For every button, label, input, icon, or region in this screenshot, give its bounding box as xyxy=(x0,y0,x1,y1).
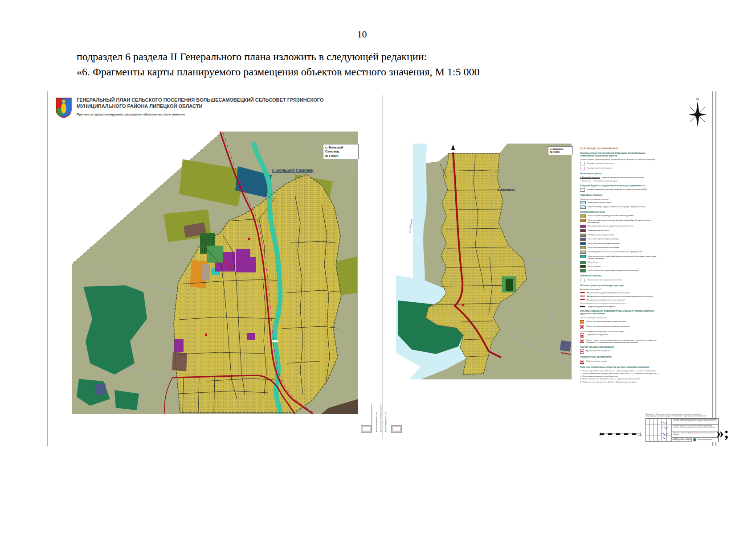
legend-item: Зона кладбищ xyxy=(580,265,659,268)
sheet-tab-2 xyxy=(391,425,402,433)
paragraph-line-1: подраздел 6 раздела II Генерального план… xyxy=(77,49,479,64)
legend-item: Сооружения дорожного сервиса xyxy=(580,305,659,308)
legend-item: Объект спорта, включающий раздельно норм… xyxy=(580,339,659,344)
legend-swatch xyxy=(580,333,584,337)
legend-item: Спортивные сооружения xyxy=(580,333,659,337)
map-title-box-left: с. Большой Самовец М 1:5000 xyxy=(323,144,359,159)
legend-swatch xyxy=(580,296,585,297)
legend-swatch xyxy=(580,350,584,354)
scale-bar: 0 500 м xyxy=(599,430,644,437)
closing-quote-mark: »; xyxy=(716,424,729,441)
special-zone-block xyxy=(94,383,106,395)
legend-panel: УСЛОВНЫЕ ОБОЗНАЧЕНИЯ * Границы субъектов… xyxy=(580,147,659,383)
legend-item: Зона озелененных территорий общего польз… xyxy=(580,255,659,260)
object-marker xyxy=(462,304,464,306)
sheet-label-strip: Фрагмент территории с. Большой Самовец (… xyxy=(376,412,378,432)
coat-of-arms-icon xyxy=(55,97,72,119)
page-number: 10 xyxy=(0,29,724,40)
organization-name: Проектная организация xyxy=(697,439,712,440)
stamp-note: Примечание: * Экспликация объектов трубо… xyxy=(646,413,713,417)
settlement-label-bolshoy-samovets: с. Большой Самовец xyxy=(272,168,314,173)
legend-item: Зона застройки индивидуальными жилыми до… xyxy=(580,214,659,218)
scale-bar-left-label: 0 xyxy=(599,435,600,436)
map-title-box-right: с. Каменное М 1:5000 xyxy=(548,146,573,155)
genplan-figure: ГЕНЕРАЛЬНЫЙ ПЛАН СЕЛЬСКОГО ПОСЕЛЕНИЯ БОЛ… xyxy=(47,91,716,446)
scale-bar-right-label: 500 м xyxy=(637,435,642,436)
legend-swatch xyxy=(580,255,586,258)
legend-item: Парк культуры и отдыха xyxy=(580,360,659,364)
map-scale-left: М 1:5000 xyxy=(325,154,356,158)
legend-item: Зона сельскохозяйственных угодий xyxy=(580,246,659,249)
document-page: { "doc": { "page_number": "10", "line1":… xyxy=(0,0,756,535)
legend-item: с. Каменноесельский населенный пункт xyxy=(580,180,659,182)
sheet-label-strip: Фрагменты карты планируемого размещения … xyxy=(380,404,382,432)
legend-swatch xyxy=(580,261,586,264)
legend-item: Объекты местного значения поселения xyxy=(580,279,659,282)
legend-swatch xyxy=(580,320,584,324)
sheet-divider-line xyxy=(382,95,383,439)
stamp-organization: Проектная организация xyxy=(692,438,718,442)
legend-swatch xyxy=(580,246,586,249)
legend-swatch xyxy=(580,162,585,165)
figure-subtitle: Фрагменты карты планируемого размещения … xyxy=(77,113,344,116)
legend-swatch xyxy=(580,214,586,218)
compass-icon: С xyxy=(685,96,711,127)
legend-swatch xyxy=(580,292,585,293)
legend-item: Объект культурно-просветительского назна… xyxy=(580,325,659,329)
figure-title: ГЕНЕРАЛЬНЫЙ ПЛАН СЕЛЬСКОГО ПОСЕЛЕНИЯ БОЛ… xyxy=(77,97,344,110)
legend-swatch xyxy=(580,225,586,228)
paragraph-line-2: «6. Фрагменты карты планируемого размеще… xyxy=(77,64,479,79)
figure-right-border xyxy=(712,91,716,446)
legend-item: Границы земельных участков, сведения о к… xyxy=(580,188,659,192)
legend-swatch xyxy=(580,279,585,282)
legend-swatch xyxy=(580,229,586,232)
legend-item: Автомобильные дороги федерального значен… xyxy=(580,292,659,294)
legend-item: Производственная зона сельскохозяйственн… xyxy=(580,251,659,254)
sheet-label-strips: Фрагменты карты планируемого размещения … xyxy=(371,403,387,432)
legend-swatch xyxy=(580,306,585,307)
legend-item: Водоемы (озера, пруды, обводненные карье… xyxy=(580,206,659,209)
legend-swatch xyxy=(580,339,584,343)
map-bolshoy-samovets: с. Большой Самовец с. Большой Самовец М … xyxy=(72,132,358,414)
signature-scribbles xyxy=(659,420,671,441)
legend-item: Зона инженерной инфраструктуры xyxy=(580,238,659,241)
legend-item: Зона транспортной инфраструктуры xyxy=(580,242,659,245)
legend-swatch xyxy=(580,188,585,192)
legend-swatch xyxy=(580,234,586,237)
legend-item: Зона лесов xyxy=(580,261,659,264)
sheet-label-strip: Фрагмент территории с. Каменное (Лист 2) xyxy=(385,412,387,432)
figure-header: ГЕНЕРАЛЬНЫЙ ПЛАН СЕЛЬСКОГО ПОСЕЛЕНИЯ БОЛ… xyxy=(55,97,344,119)
legend-item: Граница сельского поселения xyxy=(580,162,659,165)
legend-swatch: с. Каменное xyxy=(580,180,591,182)
figure-header-text: ГЕНЕРАЛЬНЫЙ ПЛАН СЕЛЬСКОГО ПОСЕЛЕНИЯ БОЛ… xyxy=(77,97,344,119)
legend-swatch: с. Большой Самовец xyxy=(580,176,600,178)
legend-swatch xyxy=(580,265,586,268)
sheet-tab-1 xyxy=(361,425,372,433)
legend-swatch xyxy=(580,206,586,209)
legend-item: Зона озелененных территорий специального… xyxy=(580,269,659,272)
legend-swatch xyxy=(580,167,585,170)
document-paragraph: подраздел 6 раздела II Генерального план… xyxy=(77,49,479,79)
legend-swatch xyxy=(580,242,586,245)
organization-emblem-icon xyxy=(693,438,696,441)
settlement-label-kamennoye: с. Каменное xyxy=(498,188,515,191)
title-block: Примечание: * Экспликация объектов трубо… xyxy=(646,413,719,442)
map-title-right: с. Каменное xyxy=(550,148,571,151)
legend-swatch xyxy=(580,201,586,204)
map-scale-right: М 1:5000 xyxy=(550,151,571,154)
legend-item: Граница населенного пункта xyxy=(580,167,659,170)
legend-item: Берега реки, русла, озера xyxy=(580,201,659,204)
legend-body: Границы субъектов Российской Федерации, … xyxy=(580,152,659,383)
legend-item: Производственная зона xyxy=(580,229,659,232)
legend-title: УСЛОВНЫЕ ОБОЗНАЧЕНИЯ * xyxy=(580,147,659,150)
communal-zone-block xyxy=(202,264,210,280)
legend-item: Многофункциональная общественно-деловая … xyxy=(580,225,659,228)
stamp-table: Изм.Кол.учЛист№ док.Подп.Дата Заказчик: … xyxy=(646,418,719,442)
legend-item: Автомобильные дороги местного значения xyxy=(580,299,659,301)
map-kamennoye: на с. Ярлуково р. Матыра с. Каменное с. … xyxy=(396,144,572,379)
legend-item: Объект культурно-досугового (клубного) т… xyxy=(580,320,659,324)
stamp-row-map-name: Фрагменты карты планируемого размещения … xyxy=(672,432,718,438)
river-pond xyxy=(271,340,278,342)
map-bolshoy-samovets-canvas xyxy=(72,132,358,414)
stamp-grid: Изм.Кол.учЛист№ док.Подп.Дата xyxy=(646,419,672,442)
